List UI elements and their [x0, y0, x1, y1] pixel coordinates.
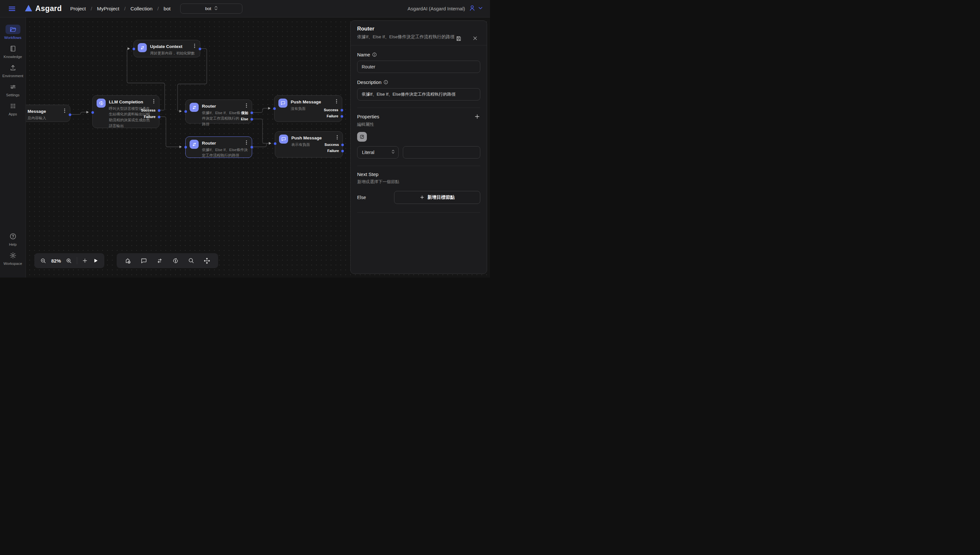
breadcrumb-collection[interactable]: Collection — [130, 6, 152, 12]
node-title: Message — [27, 108, 46, 114]
node-menu-icon[interactable] — [152, 99, 156, 105]
input-port[interactable] — [184, 146, 187, 149]
zoom-out-icon[interactable] — [40, 258, 46, 264]
node-message[interactable]: Message 息內容輸入 — [26, 105, 70, 122]
sidebar: Workflows Knowledge Environment Settings — [0, 18, 26, 278]
sidebar-item-apps[interactable]: Apps — [0, 101, 26, 116]
user-icon[interactable] — [469, 5, 476, 13]
output-port-success[interactable] — [158, 109, 160, 112]
swap-arrows-icon — [190, 140, 199, 149]
properties-subtitle: 編輯屬性 — [357, 122, 480, 127]
swap-arrows-icon — [138, 43, 147, 52]
swap-arrows-icon[interactable] — [156, 257, 163, 264]
divider — [357, 107, 480, 108]
node-toolbar — [117, 253, 218, 268]
property-type-select[interactable]: Literal — [357, 146, 399, 159]
node-title: LLM Completion — [109, 99, 151, 105]
node-push-message-2[interactable]: Push Message 表示有負面 Success Failure — [275, 131, 343, 157]
sidebar-item-environment[interactable]: Environment — [0, 63, 26, 78]
brand-name: Asgard — [35, 4, 62, 13]
output-port-failure[interactable] — [158, 116, 160, 118]
breadcrumb-myproject[interactable]: MyProject — [97, 6, 119, 12]
edge-router1-else-to-push2 — [252, 119, 271, 143]
sidebar-item-settings[interactable]: Settings — [0, 82, 26, 97]
node-menu-icon[interactable] — [62, 108, 67, 114]
input-port[interactable] — [274, 142, 277, 145]
node-push-message-1[interactable]: Push Message 沒有負面 Success Failure — [274, 95, 342, 122]
node-update-context[interactable]: Update Context 用於更新內容，初始化變數 — [133, 40, 200, 58]
edge-message-to-llm — [70, 112, 88, 114]
llm-icon[interactable] — [172, 257, 179, 264]
sidebar-item-knowledge[interactable]: Knowledge — [0, 44, 26, 59]
add-icon[interactable] — [82, 258, 88, 263]
select-updown-icon — [391, 149, 395, 155]
upload-icon — [5, 63, 21, 72]
node-desc: 表示有負面 — [291, 142, 322, 148]
node-config-panel: Router 依據If、Else If、Else條件決定工作流程執行的路徑 Na… — [350, 21, 487, 274]
sidebar-item-label: Help — [9, 242, 17, 246]
workflow-select-value: bot — [205, 6, 211, 11]
node-menu-icon[interactable] — [244, 140, 248, 146]
breadcrumb-bot[interactable]: bot — [164, 6, 171, 12]
output-port-success[interactable] — [341, 109, 343, 112]
output-label-failure: Failure — [327, 114, 338, 118]
move-icon[interactable] — [203, 257, 210, 264]
add-property-icon[interactable] — [474, 114, 480, 120]
node-menu-icon[interactable] — [244, 103, 248, 109]
output-port-if[interactable] — [250, 112, 253, 114]
node-title: Update Context — [150, 43, 195, 50]
zoom-toolbar: 82% — [34, 253, 104, 268]
node-menu-icon[interactable] — [335, 135, 339, 141]
property-value-input[interactable] — [403, 146, 480, 159]
node-router-1[interactable]: Router 依據If、Else If、Else條件決定工作流程執行的路徑 假如… — [186, 99, 252, 124]
brand[interactable]: Asgard — [25, 4, 62, 13]
node-desc: 依據If、Else If、Else條件決定工作流程執行的路徑 — [202, 147, 248, 159]
panel-description: 依據If、Else If、Else條件決定工作流程執行的路徑 — [357, 34, 456, 40]
add-node-icon[interactable] — [125, 257, 131, 264]
sidebar-item-workspace[interactable]: Workspace — [0, 250, 26, 266]
next-step-title: Next Step — [357, 172, 378, 177]
close-icon[interactable] — [472, 36, 478, 42]
output-port[interactable] — [69, 114, 71, 116]
zoom-in-icon[interactable] — [66, 258, 72, 264]
output-port-success[interactable] — [341, 144, 344, 146]
description-input[interactable]: 依據If、Else If、Else條件決定工作流程執行的路徑 — [357, 88, 480, 101]
sidebar-item-label: Environment — [2, 74, 23, 78]
edge-router2-to-push2 — [252, 143, 271, 147]
chat-icon[interactable] — [140, 257, 147, 264]
input-port[interactable] — [184, 110, 187, 113]
workflow-select[interactable]: bot — [180, 3, 242, 14]
sidebar-item-label: Workspace — [3, 261, 22, 266]
breadcrumb-project[interactable]: Project — [70, 6, 86, 12]
search-icon[interactable] — [188, 257, 194, 264]
output-port-failure[interactable] — [341, 115, 343, 118]
sidebar-item-help[interactable]: Help — [0, 231, 26, 246]
add-target-node-button[interactable]: 新增目標節點 — [394, 191, 480, 204]
output-port-failure[interactable] — [341, 150, 344, 152]
save-icon[interactable] — [456, 36, 461, 43]
chevron-down-icon[interactable] — [478, 5, 483, 12]
input-port[interactable] — [273, 107, 276, 110]
output-port[interactable] — [199, 48, 201, 50]
node-llm-completion[interactable]: LLM Completion 呼叫大型語言模型並產生生結構化的資料輸出以輔助流程… — [92, 95, 159, 128]
run-icon[interactable] — [93, 258, 99, 263]
account-label: AsgardAI (Asgard Internal) — [407, 6, 465, 11]
node-menu-icon[interactable] — [192, 43, 197, 50]
sidebar-item-workflows[interactable]: Workflows — [0, 25, 26, 40]
node-title: Push Message — [291, 99, 321, 105]
menu-icon[interactable] — [7, 4, 17, 14]
node-menu-icon[interactable] — [335, 99, 339, 105]
node-desc: 用於更新內容，初始化變數 — [150, 51, 195, 56]
output-label-failure: Failure — [327, 149, 339, 153]
output-port[interactable] — [250, 146, 253, 149]
gear-icon — [5, 250, 21, 260]
name-input[interactable]: Router — [357, 61, 480, 73]
node-desc: 依據If、Else If、Else條件決定工作流程執行的路徑 — [202, 110, 242, 127]
edit-property-button[interactable] — [357, 132, 367, 142]
input-port[interactable] — [133, 48, 135, 50]
account-menu[interactable]: AsgardAI (Asgard Internal) — [407, 5, 483, 13]
output-port-else[interactable] — [250, 118, 253, 120]
input-port[interactable] — [91, 111, 94, 114]
output-label-else: Else — [241, 117, 248, 121]
node-router-2[interactable]: Router 依據If、Else If、Else條件決定工作流程執行的路徑 — [186, 136, 252, 158]
